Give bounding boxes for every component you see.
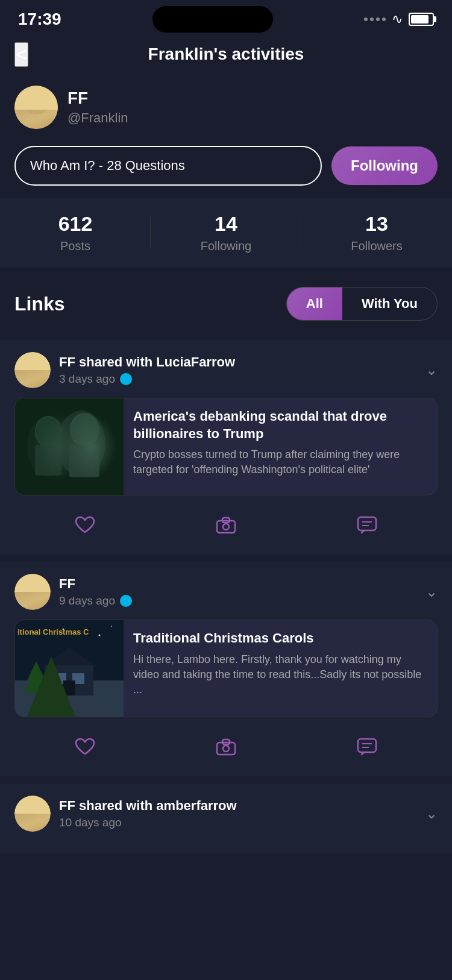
feed-user-info-2: FF 9 days ago 🌐 <box>59 576 132 608</box>
following-label: Following <box>201 239 251 253</box>
page-title: Franklin's activities <box>14 45 438 64</box>
feed-item-2: FF 9 days ago 🌐 ⌄ <box>0 562 452 776</box>
status-bar: 17:39 ∿ <box>0 0 452 36</box>
article-card-2[interactable]: itional Christmas C Traditional Christma… <box>14 620 438 717</box>
profile-info: FF @Franklin <box>67 89 128 126</box>
svg-point-12 <box>223 524 229 530</box>
svg-point-5 <box>70 413 99 447</box>
chevron-down-1[interactable]: ⌄ <box>425 362 438 378</box>
stat-following[interactable]: 14 Following <box>151 212 301 253</box>
feed-meta-3: 10 days ago <box>59 816 237 829</box>
svg-point-29 <box>111 626 112 627</box>
article-content-2: Traditional Christmas Carols Hi there, L… <box>124 620 437 717</box>
svg-rect-34 <box>358 739 376 752</box>
filter-all-button[interactable]: All <box>287 287 342 320</box>
svg-point-28 <box>99 635 101 636</box>
globe-icon-1: 🌐 <box>120 373 132 385</box>
filter-tabs: All With You <box>286 287 438 321</box>
links-section: Links All With You <box>0 272 452 340</box>
comment-button-2[interactable] <box>345 732 389 762</box>
chevron-down-3[interactable]: ⌄ <box>425 805 438 822</box>
feed-actions-1 <box>14 505 438 542</box>
profile-name: FF <box>67 89 128 108</box>
feed-user-info-1: FF shared with LuciaFarrow 3 days ago 🌐 <box>59 354 235 386</box>
following-count: 14 <box>215 212 237 236</box>
svg-point-3 <box>35 416 61 447</box>
svg-marker-24 <box>24 668 48 693</box>
svg-rect-22 <box>72 673 84 684</box>
article-thumb-1 <box>15 398 124 495</box>
svg-rect-13 <box>358 517 376 530</box>
article-content-1: America's debanking scandal that drove b… <box>124 398 437 495</box>
feed-user-row-2: FF 9 days ago 🌐 <box>14 574 132 610</box>
links-header: Links All With You <box>14 287 438 321</box>
feed-user-info-3: FF shared with amberfarrow 10 days ago <box>59 798 237 829</box>
feed-time-1: 3 days ago <box>59 372 115 386</box>
heart-icon-2 <box>75 738 95 756</box>
svg-rect-7 <box>15 398 124 495</box>
notch <box>152 6 273 33</box>
feed-username-1: FF shared with LuciaFarrow <box>59 354 235 370</box>
stat-posts[interactable]: 612 Posts <box>0 212 151 253</box>
feed-meta-2: 9 days ago 🌐 <box>59 594 132 608</box>
share-button-2[interactable] <box>204 732 248 762</box>
profile-handle: @Franklin <box>67 110 128 126</box>
comment-icon-2 <box>357 738 377 756</box>
feed-avatar-2 <box>14 574 51 610</box>
article-card-1[interactable]: America's debanking scandal that drove b… <box>14 398 438 495</box>
avatar-image <box>14 86 58 129</box>
avatar <box>14 86 58 129</box>
followers-count: 13 <box>365 212 388 236</box>
feed-meta-1: 3 days ago 🌐 <box>59 372 235 386</box>
posts-label: Posts <box>60 239 90 253</box>
svg-point-2 <box>57 410 105 477</box>
svg-rect-23 <box>63 680 75 696</box>
feed-time-3: 10 days ago <box>59 816 122 829</box>
battery-icon <box>409 13 434 26</box>
feed-username-3: FF shared with amberfarrow <box>59 798 237 814</box>
status-time: 17:39 <box>18 10 61 29</box>
like-button-2[interactable] <box>63 732 107 762</box>
feed-avatar-1 <box>14 352 51 388</box>
share-button-1[interactable] <box>204 510 248 540</box>
article-desc-2: Hi there, Lambo here. Firstly, thank you… <box>133 652 427 698</box>
stat-followers[interactable]: 13 Followers <box>301 212 452 253</box>
feed-avatar-3 <box>14 796 51 832</box>
feed-item-header-3: FF shared with amberfarrow 10 days ago ⌄ <box>14 796 438 832</box>
globe-icon-2: 🌐 <box>120 595 132 607</box>
svg-rect-0 <box>15 398 124 495</box>
svg-marker-25 <box>27 661 45 680</box>
feed-username-2: FF <box>59 576 132 592</box>
profile-section: FF @Franklin <box>0 76 452 139</box>
action-row: Who Am I? - 28 Questions Following <box>0 139 452 193</box>
feed-user-row-3: FF shared with amberfarrow 10 days ago <box>14 796 237 832</box>
article-thumb-2: itional Christmas C <box>15 620 124 717</box>
back-button[interactable]: < <box>14 42 28 67</box>
signal-dots <box>364 17 386 21</box>
header: < Franklin's activities <box>0 36 452 76</box>
svg-point-8 <box>36 417 60 446</box>
camera-icon-1 <box>216 516 236 534</box>
status-icons: ∿ <box>364 11 434 27</box>
links-title: Links <box>14 293 65 315</box>
article-desc-1: Crypto bosses turned to Trump after clai… <box>133 447 427 477</box>
svg-rect-4 <box>35 445 61 476</box>
followers-label: Followers <box>351 239 403 253</box>
following-button[interactable]: Following <box>331 146 438 185</box>
feed-actions-2 <box>14 727 438 764</box>
svg-rect-19 <box>45 665 93 696</box>
camera-icon-2 <box>216 738 236 756</box>
feed-time-2: 9 days ago <box>59 594 115 608</box>
comment-button-1[interactable] <box>345 510 389 540</box>
feed-item-3: FF shared with amberfarrow 10 days ago ⌄ <box>0 784 452 853</box>
chevron-down-2[interactable]: ⌄ <box>425 583 438 600</box>
svg-point-1 <box>27 416 69 477</box>
who-am-i-button[interactable]: Who Am I? - 28 Questions <box>14 146 322 186</box>
heart-icon-1 <box>75 516 95 534</box>
like-button-1[interactable] <box>63 510 107 540</box>
svg-rect-21 <box>54 673 66 684</box>
stats-row: 612 Posts 14 Following 13 Followers <box>0 198 452 268</box>
feed-item-1: FF shared with LuciaFarrow 3 days ago 🌐 … <box>0 340 452 554</box>
svg-text:itional Christmas C: itional Christmas C <box>17 627 89 636</box>
filter-with-you-button[interactable]: With You <box>342 287 437 320</box>
